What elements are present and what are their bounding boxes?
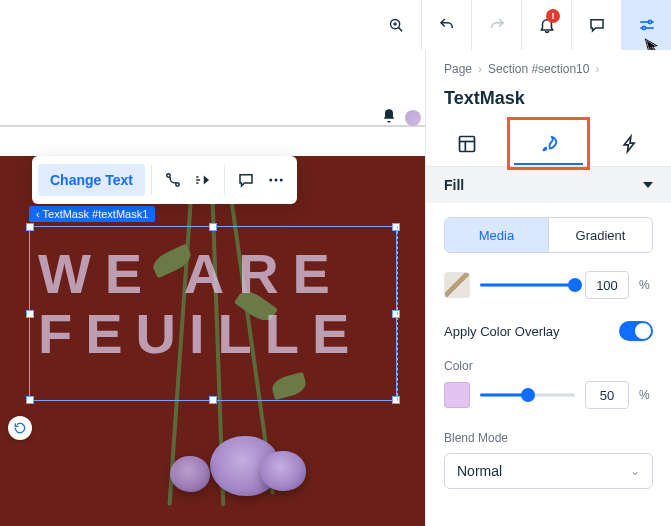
svg-rect-13	[459, 136, 474, 151]
overlay-opacity-input[interactable]	[585, 381, 629, 409]
svg-point-5	[648, 20, 651, 23]
sliders-icon	[638, 16, 656, 34]
svg-point-9	[176, 183, 179, 186]
undo-icon	[438, 16, 456, 34]
resize-handle[interactable]	[209, 396, 217, 404]
editor-canvas: WE ARE FEUILLE TextMask #textMask1 Chang…	[0, 50, 425, 526]
comments-button[interactable]	[571, 0, 621, 50]
flora-decoration	[170, 456, 210, 492]
selection-box[interactable]	[29, 226, 397, 401]
layout-icon	[457, 134, 477, 154]
breadcrumb-page[interactable]: Page	[444, 62, 472, 76]
toolbar-divider	[224, 165, 225, 195]
color-label: Color	[444, 359, 653, 373]
path-tool-button[interactable]	[158, 165, 188, 195]
chat-icon	[588, 16, 606, 34]
brush-icon	[538, 133, 560, 155]
apply-overlay-toggle[interactable]	[619, 321, 653, 341]
refresh-icon	[13, 421, 27, 435]
element-comment-button[interactable]	[231, 165, 261, 195]
svg-point-12	[280, 179, 283, 182]
overlay-opacity-slider[interactable]	[480, 385, 575, 405]
animation-button[interactable]	[188, 165, 218, 195]
inspector-panel: Page › Section #section10 › TextMask Fil…	[425, 50, 671, 526]
breadcrumb: Page › Section #section10 ›	[426, 50, 671, 84]
media-opacity-input[interactable]	[585, 271, 629, 299]
fill-section-header[interactable]: Fill	[426, 167, 671, 203]
media-opacity-slider[interactable]	[480, 275, 575, 295]
top-toolbar: !	[371, 0, 671, 50]
notifications-button[interactable]: !	[521, 0, 571, 50]
toolbar-divider	[151, 165, 152, 195]
chat-icon	[237, 171, 255, 189]
chevron-right-icon: ›	[595, 62, 599, 76]
fill-mode-segmented: Media Gradient	[444, 217, 653, 253]
page-bell-icon[interactable]	[381, 108, 397, 124]
change-text-button[interactable]: Change Text	[38, 164, 145, 196]
more-icon	[267, 171, 285, 189]
resize-handle[interactable]	[392, 310, 400, 318]
overlay-color-swatch[interactable]	[444, 382, 470, 408]
unit-label: %	[639, 278, 653, 292]
notification-badge: !	[546, 9, 560, 23]
panel-title: TextMask	[426, 84, 671, 121]
chevron-right-icon: ›	[478, 62, 482, 76]
chevron-down-icon	[643, 182, 653, 188]
search-icon	[388, 17, 405, 34]
element-toolbar: Change Text	[32, 156, 297, 204]
blend-mode-label: Blend Mode	[444, 431, 653, 445]
page-divider	[0, 105, 425, 127]
chevron-down-icon: ⌄	[630, 464, 640, 478]
more-actions-button[interactable]	[261, 165, 291, 195]
fill-mode-gradient[interactable]: Gradient	[548, 218, 652, 252]
snap-guideline	[397, 226, 398, 401]
motion-icon	[193, 171, 213, 189]
svg-point-7	[642, 26, 645, 29]
inspector-toggle-button[interactable]	[621, 0, 671, 50]
resize-handle[interactable]	[392, 396, 400, 404]
redo-button[interactable]	[471, 0, 521, 50]
resize-handle[interactable]	[392, 223, 400, 231]
avatar[interactable]	[405, 110, 421, 126]
svg-line-1	[398, 27, 402, 31]
flora-decoration	[260, 451, 306, 491]
reset-button[interactable]	[8, 416, 32, 440]
zoom-button[interactable]	[371, 0, 421, 50]
fill-section-body: Media Gradient % Apply Color Overlay Col…	[426, 203, 671, 489]
svg-point-8	[167, 174, 170, 177]
resize-handle[interactable]	[26, 223, 34, 231]
fill-mode-media[interactable]: Media	[445, 218, 548, 252]
tab-interactions[interactable]	[589, 121, 671, 166]
blend-mode-value: Normal	[457, 463, 502, 479]
selection-label[interactable]: TextMask #textMask1	[29, 206, 155, 222]
svg-point-10	[269, 179, 272, 182]
redo-icon	[488, 16, 506, 34]
blend-mode-select[interactable]: Normal ⌄	[444, 453, 653, 489]
path-icon	[164, 171, 182, 189]
resize-handle[interactable]	[26, 310, 34, 318]
resize-handle[interactable]	[209, 223, 217, 231]
undo-button[interactable]	[421, 0, 471, 50]
stage[interactable]: WE ARE FEUILLE TextMask #textMask1	[0, 156, 425, 526]
fill-section-label: Fill	[444, 177, 464, 193]
apply-overlay-label: Apply Color Overlay	[444, 324, 560, 339]
svg-point-11	[274, 179, 277, 182]
bolt-icon	[620, 134, 640, 154]
resize-handle[interactable]	[26, 396, 34, 404]
breadcrumb-section[interactable]: Section #section10	[488, 62, 589, 76]
tab-layout[interactable]	[426, 121, 508, 166]
unit-label: %	[639, 388, 653, 402]
tab-design[interactable]	[508, 121, 590, 166]
media-thumbnail[interactable]	[444, 272, 470, 298]
inspector-tabs	[426, 121, 671, 167]
